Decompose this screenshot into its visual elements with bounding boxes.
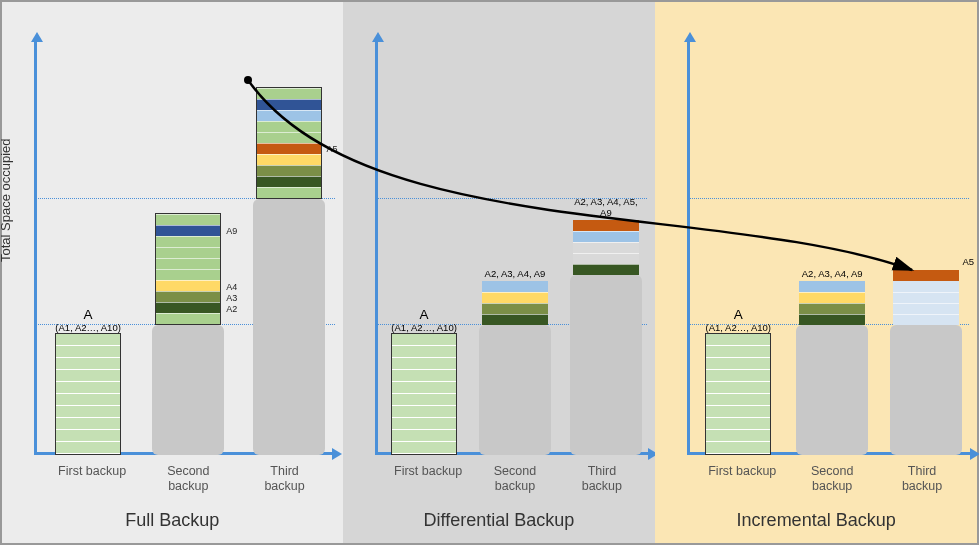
panel-title-incr: Incremental Backup [655, 510, 977, 531]
bar-incr-second: A2, A3, A4, A9 [796, 268, 868, 455]
reference-line-high [689, 198, 969, 199]
faded-prior-segments [893, 281, 959, 325]
datalabel-a: A (A1, A2…, A10) [55, 307, 120, 333]
stack-diff-second [482, 281, 548, 325]
label-diff-third: A2, A3, A4, A5, A9 [570, 196, 642, 218]
panel-title-diff: Differential Backup [343, 510, 656, 531]
datalabel-sub: (A1, A2…, A10) [55, 322, 120, 333]
xlabel-third: Third backup [566, 464, 638, 495]
datalabel-title: A [734, 307, 743, 322]
bar-incr-first: A (A1, A2…, A10) [702, 307, 774, 455]
prior-space-shadow [152, 325, 224, 455]
label-a9: A9 [226, 226, 237, 236]
bars-full: A (A1, A2…, A10) [44, 87, 333, 455]
label-a4: A4 [226, 282, 237, 292]
label-incr-second: A2, A3, A4, A9 [802, 268, 863, 279]
xlabel-first: First backup [706, 464, 778, 495]
bars-incr: A (A1, A2…, A10) A2, A3, A4, A9 [697, 268, 967, 455]
xlabel-third: Third backup [886, 464, 958, 495]
bars-diff: A (A1, A2…, A10) A2, A3, A4, A9 [385, 196, 646, 455]
xlabel-second: Second backup [152, 464, 224, 495]
y-axis [687, 40, 690, 455]
datalabel-sub: (A1, A2…, A10) [706, 322, 771, 333]
stack-full-first [55, 333, 121, 455]
label-diff-second: A2, A3, A4, A9 [485, 268, 546, 279]
xlabels-diff: First backup Second backup Third backup [385, 464, 646, 495]
datalabel-sub: (A1, A2…, A10) [391, 322, 456, 333]
label-a3: A3 [226, 293, 237, 303]
panel-incremental-backup: A (A1, A2…, A10) A2, A3, A4, A9 [655, 2, 977, 543]
bar-diff-first: A (A1, A2…, A10) [388, 307, 460, 455]
y-axis-label: Total Space occupied [0, 138, 13, 262]
bar-full-second: A2 A3 A4 A9 [152, 213, 224, 455]
panel-full-backup: Total Space occupied A (A1, A2…, A10) [2, 2, 343, 543]
xlabels-full: First backup Second backup Third backup [44, 464, 333, 495]
xlabel-second: Second backup [796, 464, 868, 495]
bar-full-third: A5 [253, 87, 325, 455]
xlabel-second: Second backup [479, 464, 551, 495]
prior-space-shadow [796, 325, 868, 455]
xlabel-first: First backup [392, 464, 464, 495]
panel-title-full: Full Backup [2, 510, 343, 531]
datalabel-title: A [420, 307, 429, 322]
stack-full-third: A5 [256, 87, 322, 199]
prior-space-shadow [253, 199, 325, 455]
stack-diff-first [391, 333, 457, 455]
label-incr-third: A5 [962, 256, 974, 267]
y-axis [375, 40, 378, 455]
datalabel-title: A [84, 307, 93, 322]
bar-full-first: A (A1, A2…, A10) [52, 307, 124, 455]
backup-comparison-diagram: Total Space occupied A (A1, A2…, A10) [0, 0, 979, 545]
datalabel-a: A (A1, A2…, A10) [706, 307, 771, 333]
prior-space-shadow [570, 275, 642, 455]
stack-diff-third [573, 220, 639, 275]
xlabels-incr: First backup Second backup Third backup [697, 464, 967, 495]
y-axis [34, 40, 37, 455]
bar-diff-second: A2, A3, A4, A9 [479, 268, 551, 455]
xlabel-third: Third backup [249, 464, 321, 495]
panel-differential-backup: A (A1, A2…, A10) A2, A3, A4, A9 [343, 2, 656, 543]
stack-incr-second [799, 281, 865, 325]
xlabel-first: First backup [56, 464, 128, 495]
prior-space-shadow [479, 325, 551, 455]
bar-diff-third: A2, A3, A4, A5, A9 [570, 196, 642, 455]
stack-full-second: A2 A3 A4 A9 [155, 213, 221, 325]
stack-incr-third [893, 270, 959, 281]
prior-space-shadow [890, 325, 962, 455]
datalabel-a: A (A1, A2…, A10) [391, 307, 456, 333]
label-a5: A5 [327, 144, 338, 154]
bar-incr-third: A5 [890, 270, 962, 455]
stack-incr-first [705, 333, 771, 455]
label-a2: A2 [226, 304, 237, 314]
